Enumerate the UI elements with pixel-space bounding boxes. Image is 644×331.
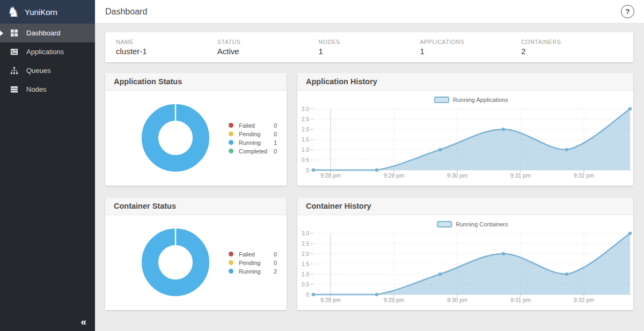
running-dot-icon (229, 140, 233, 145)
card-header: Container History (297, 197, 633, 215)
card-title: Application Status (114, 77, 182, 86)
cluster-field-status: STATUS Active (217, 39, 319, 56)
applications-icon (10, 48, 18, 56)
field-label: STATUS (217, 39, 319, 45)
container-history-chart: 00.51.01.52.02.53.09:28 pm9:29 pm9:30 pm… (297, 215, 633, 310)
x-tick-label: 9:32 pm (574, 172, 594, 179)
data-point (438, 148, 442, 151)
pie-legend: Failed 0 Pending 0 Running 2 (229, 249, 277, 277)
brand: ♞ YuniKorn (0, 0, 95, 24)
data-point (502, 128, 505, 131)
legend-value: 0 (270, 131, 277, 137)
legend-row-failed: Failed 0 (229, 122, 277, 129)
legend-label: Failed (239, 251, 270, 258)
card-header: Application History (297, 73, 633, 91)
content: NAME cluster-1 STATUS Active NODES 1 APP… (95, 24, 644, 310)
x-tick-label: 9:30 pm (447, 172, 467, 179)
container-status-card: Container Status Failed 0 (105, 197, 287, 310)
running-dot-icon (229, 269, 233, 274)
sidebar-item-applications[interactable]: Applications (0, 42, 95, 61)
y-tick-label: 0.5 (302, 157, 309, 163)
topbar: Dashboard ? (95, 0, 644, 24)
main-area: Dashboard ? NAME cluster-1 STATUS Active… (95, 0, 644, 331)
sidebar-item-label: Applications (26, 48, 64, 56)
legend-row-running: Running 1 (229, 139, 277, 146)
y-tick-label: 3.0 (302, 231, 309, 237)
cluster-info-card: NAME cluster-1 STATUS Active NODES 1 APP… (105, 32, 633, 62)
cards-grid: Application Status Failed 0 (105, 73, 633, 310)
cluster-field-applications: APPLICATIONS 1 (420, 39, 521, 56)
legend-value: 0 (270, 122, 277, 129)
chart-legend[interactable]: Running Applications (435, 97, 508, 103)
legend-swatch-icon (435, 97, 449, 102)
card-title: Container History (306, 202, 371, 210)
sidebar-item-label: Dashboard (26, 29, 61, 37)
sidebar-item-label: Queues (26, 67, 51, 75)
legend-label: Completed (239, 148, 270, 155)
cluster-field-containers: CONTAINERS 2 (521, 39, 623, 56)
sidebar: ♞ YuniKorn Dashboard Applications Queues (0, 0, 95, 331)
card-header: Container Status (105, 197, 287, 215)
legend-value: 0 (270, 148, 277, 155)
legend-label: Running (239, 268, 270, 275)
legend-swatch-icon (437, 222, 451, 227)
cluster-field-name: NAME cluster-1 (116, 39, 217, 56)
y-tick-label: 1.0 (302, 271, 309, 277)
legend-value: 0 (270, 251, 277, 258)
x-tick-label: 9:31 pm (510, 297, 531, 303)
data-point (565, 148, 568, 151)
queues-icon (10, 67, 18, 75)
field-value: 1 (319, 47, 420, 56)
area-fill (313, 233, 630, 295)
cluster-field-nodes: NODES 1 (319, 39, 420, 56)
x-tick-label: 9:30 pm (447, 297, 467, 303)
history-line-chart: 00.51.01.52.02.53.09:28 pm9:29 pm9:30 pm… (297, 91, 633, 186)
x-tick-label: 9:28 pm (320, 172, 341, 179)
sidebar-collapse-button[interactable]: « (77, 315, 90, 329)
y-tick-label: 3.0 (302, 106, 309, 112)
field-value: Active (217, 47, 319, 56)
field-value: 2 (521, 47, 623, 56)
legend-row-running: Running 2 (229, 268, 277, 275)
data-point (312, 168, 315, 172)
data-point (375, 168, 378, 172)
legend-label: Failed (239, 122, 270, 129)
field-label: NODES (319, 39, 420, 45)
data-point (312, 293, 315, 296)
legend-series-label: Running Applications (453, 97, 508, 103)
y-tick-label: 2.0 (302, 251, 309, 257)
dashboard-icon (10, 29, 18, 37)
sidebar-item-nodes[interactable]: Nodes (0, 80, 95, 99)
chart-legend[interactable]: Running Containers (437, 221, 508, 227)
legend-row-pending: Pending 0 (229, 131, 277, 137)
data-point (628, 107, 632, 111)
data-point (565, 273, 568, 276)
x-tick-label: 9:32 pm (574, 297, 594, 303)
legend-label: Running (239, 139, 270, 146)
legend-label: Pending (239, 131, 270, 137)
field-label: APPLICATIONS (420, 39, 521, 45)
field-label: CONTAINERS (521, 39, 623, 45)
y-tick-label: 0 (306, 292, 309, 298)
help-button[interactable]: ? (621, 5, 634, 18)
sidebar-item-queues[interactable]: Queues (0, 61, 95, 80)
legend-label: Pending (239, 260, 270, 266)
field-value: 1 (420, 47, 521, 56)
legend-series-label: Running Containers (456, 221, 508, 227)
sidebar-item-dashboard[interactable]: Dashboard (0, 24, 95, 42)
legend-row-pending: Pending 0 (229, 260, 277, 266)
brand-name: YuniKorn (25, 8, 57, 17)
legend-value: 0 (270, 260, 277, 266)
y-tick-label: 2.5 (302, 116, 309, 122)
active-item-arrow-icon (0, 31, 3, 36)
application-history-card: Application History 00.51.01.52.02.53.09… (297, 73, 633, 186)
y-tick-label: 1.5 (302, 137, 309, 143)
failed-dot-icon (229, 252, 233, 256)
x-tick-label: 9:29 pm (384, 297, 404, 303)
application-status-card: Application Status Failed 0 (105, 73, 287, 186)
container-status-chart: Failed 0 Pending 0 Running 2 (105, 215, 287, 310)
nodes-icon (10, 85, 18, 93)
x-tick-label: 9:28 pm (320, 297, 341, 303)
failed-dot-icon (229, 123, 233, 128)
legend-row-failed: Failed 0 (229, 251, 277, 258)
